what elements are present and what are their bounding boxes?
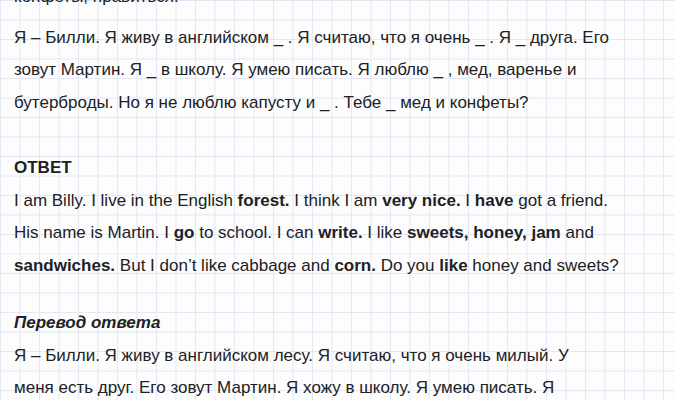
bold-text-segment: like <box>439 256 467 275</box>
text-segment: Я – Билли. Я живу в английском лесу. Я с… <box>14 346 569 365</box>
text-line: меня есть друг. Его зовут Мартин. Я хожу… <box>14 372 661 400</box>
bold-text-segment: very nice. <box>382 191 460 210</box>
text-line: His name is Martin. I go to school. I ca… <box>14 217 661 250</box>
answer-translation-heading: Перевод ответа <box>14 307 661 340</box>
text-segment: honey and sweets? <box>468 256 619 275</box>
text-segment: got a friend. <box>514 191 609 210</box>
page-background: { "page": { "background": "#fdfdfe", "gr… <box>0 0 675 400</box>
text-line: sandwiches. But I don’t like cabbage and… <box>14 250 661 283</box>
answer-paragraph: I am Billy. I live in the English forest… <box>14 185 661 283</box>
text-line: Я – Билли. Я живу в английском _ . Я счи… <box>14 22 661 55</box>
text-segment: I think I am <box>290 191 383 210</box>
text-line: Я – Билли. Я живу в английском лесу. Я с… <box>14 340 661 373</box>
document-page: конфеты, нравиться. Я – Билли. Я живу в … <box>0 0 675 400</box>
text-line: I am Billy. I live in the English forest… <box>14 185 661 218</box>
task-translation-paragraph: Я – Билли. Я живу в английском _ . Я счи… <box>14 22 661 120</box>
text-segment: меня есть друг. Его зовут Мартин. Я хожу… <box>14 378 554 397</box>
bold-text-segment: sweets, honey, jam <box>407 223 561 242</box>
bold-text-segment: forest. <box>238 191 290 210</box>
text-line: бутерброды. Но я не люблю капусту и _ . … <box>14 87 661 120</box>
bold-text-segment: sandwiches. <box>14 256 115 275</box>
text-segment: His name is Martin. I <box>14 223 174 242</box>
text-segment: to school. I can <box>194 223 318 242</box>
text-segment: Я – Билли. Я живу в английском _ . Я счи… <box>14 28 609 47</box>
text-line: зовут Мартин. Я _ в школу. Я умею писать… <box>14 54 661 87</box>
answer-translation-paragraph: Я – Билли. Я живу в английском лесу. Я с… <box>14 340 661 400</box>
bold-text-segment: write. <box>318 223 362 242</box>
clipped-text-line: конфеты, нравиться. <box>14 0 661 14</box>
text-segment: Do you <box>376 256 439 275</box>
bold-text-segment: have <box>475 191 514 210</box>
text-segment: I <box>461 191 475 210</box>
text-segment: бутерброды. Но я не люблю капусту и _ . … <box>14 93 529 112</box>
text-segment: зовут Мартин. Я _ в школу. Я умею писать… <box>14 60 576 79</box>
bold-text-segment: go <box>174 223 195 242</box>
text-segment: But I don’t like cabbage and <box>115 256 334 275</box>
text-segment: I am Billy. I live in the English <box>14 191 238 210</box>
text-segment: I like <box>363 223 407 242</box>
answer-heading: ОТВЕТ <box>14 152 661 185</box>
text-segment: and <box>561 223 594 242</box>
bold-text-segment: corn. <box>334 256 376 275</box>
